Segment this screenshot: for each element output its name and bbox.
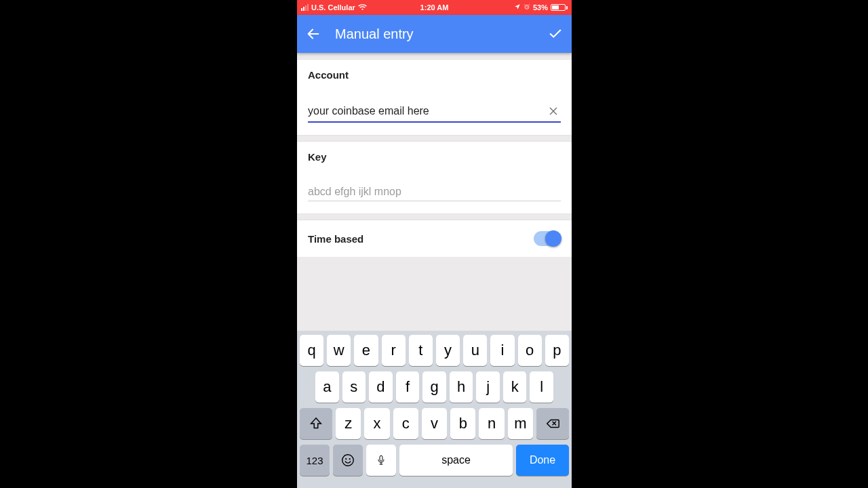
- signal-bars-icon: [301, 4, 309, 11]
- key-q[interactable]: q: [300, 335, 323, 366]
- battery-pct: 53%: [533, 3, 548, 12]
- key-y[interactable]: y: [436, 335, 460, 366]
- back-button[interactable]: [304, 24, 323, 43]
- svg-point-1: [342, 455, 354, 466]
- location-icon: [514, 3, 521, 12]
- key-r[interactable]: r: [382, 335, 406, 366]
- emoji-icon: [340, 453, 355, 468]
- clock: 1:20 AM: [420, 3, 449, 12]
- carrier-label: U.S. Cellular: [311, 3, 355, 12]
- arrow-left-icon: [306, 26, 321, 41]
- key-j[interactable]: j: [476, 371, 500, 403]
- key-s[interactable]: s: [342, 371, 366, 403]
- key-b[interactable]: b: [450, 408, 475, 439]
- done-key[interactable]: Done: [516, 445, 569, 476]
- toggle-knob: [545, 230, 561, 247]
- key-t[interactable]: t: [409, 335, 433, 366]
- key-input[interactable]: [308, 186, 561, 198]
- key-label: Key: [308, 151, 561, 163]
- alarm-icon: [524, 3, 530, 12]
- numbers-key[interactable]: 123: [300, 445, 330, 476]
- confirm-button[interactable]: [546, 24, 565, 43]
- account-input[interactable]: [308, 105, 546, 117]
- svg-point-2: [345, 458, 347, 460]
- close-icon: [548, 106, 559, 117]
- time-based-toggle[interactable]: [534, 231, 561, 246]
- key-a[interactable]: a: [315, 371, 339, 403]
- svg-point-3: [349, 458, 351, 460]
- account-section: Account: [297, 60, 572, 135]
- emoji-key[interactable]: [333, 445, 363, 476]
- key-h[interactable]: h: [450, 371, 473, 403]
- shift-icon: [309, 416, 323, 431]
- battery-icon: [551, 4, 568, 11]
- on-screen-keyboard: qwertyuiop asdfghjkl zxcvbnm 123 space D…: [297, 331, 572, 488]
- wifi-icon: [358, 3, 367, 12]
- phone-frame: U.S. Cellular 1:20 AM 53%: [297, 0, 572, 488]
- key-v[interactable]: v: [422, 408, 447, 439]
- page-title: Manual entry: [335, 26, 414, 42]
- account-field[interactable]: [308, 104, 561, 123]
- key-d[interactable]: d: [369, 371, 393, 403]
- time-based-label: Time based: [308, 233, 363, 245]
- key-field[interactable]: [308, 186, 561, 201]
- svg-rect-4: [380, 455, 382, 461]
- key-z[interactable]: z: [336, 408, 361, 439]
- key-n[interactable]: n: [479, 408, 504, 439]
- status-bar: U.S. Cellular 1:20 AM 53%: [297, 0, 572, 15]
- key-u[interactable]: u: [463, 335, 487, 366]
- form-content: Account Key Time based: [297, 53, 572, 331]
- account-label: Account: [308, 69, 561, 81]
- backspace-icon: [545, 416, 560, 431]
- key-f[interactable]: f: [396, 371, 420, 403]
- key-x[interactable]: x: [364, 408, 389, 439]
- time-based-row: Time based: [297, 220, 572, 257]
- key-g[interactable]: g: [422, 371, 446, 403]
- key-k[interactable]: k: [503, 371, 527, 403]
- key-l[interactable]: l: [530, 371, 553, 403]
- dictation-key[interactable]: [366, 445, 396, 476]
- key-i[interactable]: i: [490, 335, 514, 366]
- key-o[interactable]: o: [518, 335, 542, 366]
- key-w[interactable]: w: [327, 335, 351, 366]
- key-p[interactable]: p: [545, 335, 569, 366]
- key-c[interactable]: c: [393, 408, 418, 439]
- check-icon: [548, 26, 563, 41]
- app-bar: Manual entry: [297, 15, 572, 53]
- key-m[interactable]: m: [508, 408, 533, 439]
- backspace-key[interactable]: [536, 408, 569, 439]
- mic-icon: [376, 453, 387, 468]
- space-key[interactable]: space: [399, 445, 513, 476]
- key-e[interactable]: e: [354, 335, 378, 366]
- shift-key[interactable]: [300, 408, 332, 439]
- clear-account-button[interactable]: [546, 104, 561, 119]
- key-section: Key: [297, 142, 572, 214]
